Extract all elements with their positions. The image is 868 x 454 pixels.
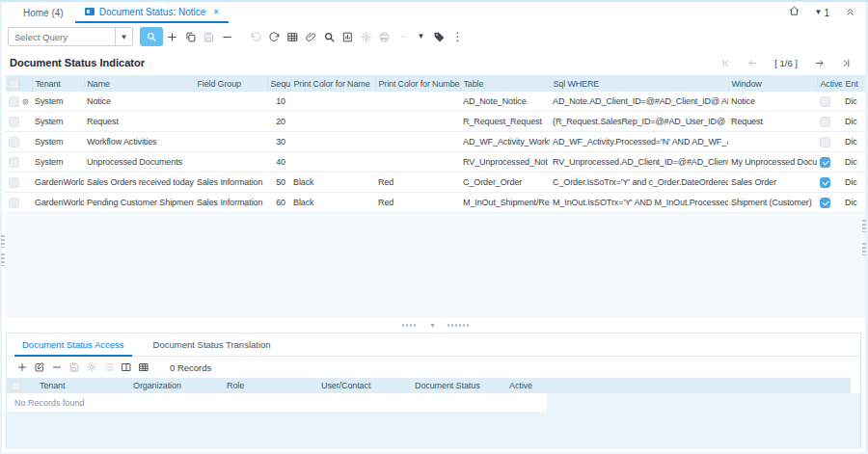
splitter-grip[interactable]: [402, 324, 418, 327]
query-dropdown-button[interactable]: ▼: [115, 28, 132, 45]
tab-home[interactable]: Home (4): [12, 2, 75, 23]
new-record-icon[interactable]: [14, 359, 31, 376]
print-icon[interactable]: [375, 26, 393, 47]
refresh-icon[interactable]: [265, 26, 284, 47]
undo-icon[interactable]: [247, 26, 265, 47]
workspace-selector[interactable]: ▼ 1: [815, 8, 829, 18]
active-checkbox[interactable]: [820, 198, 830, 208]
caret-down-icon[interactable]: ▼: [412, 26, 430, 47]
column-header-entity[interactable]: Ent: [842, 76, 865, 92]
column-header-window[interactable]: Window: [728, 76, 817, 92]
table-row[interactable]: GardenWorld Sales Orders received today …: [6, 173, 865, 193]
cell-tenant: System: [32, 132, 84, 152]
query-input[interactable]: [9, 28, 115, 45]
active-checkbox[interactable]: [820, 96, 830, 107]
tab-document-status[interactable]: Document Status: Notice ×: [75, 2, 229, 23]
tab-document-status-translation[interactable]: Document Status Translation: [146, 334, 279, 357]
column-header-sequence[interactable]: Seque: [267, 76, 290, 92]
column-header-tenant[interactable]: Tenant: [36, 378, 129, 393]
column-header-role[interactable]: Role: [223, 378, 317, 393]
row-select-checkbox[interactable]: [9, 177, 19, 188]
column-header-sql-where[interactable]: Sql WHERE: [550, 76, 728, 92]
cell-print-color-name: [290, 112, 375, 132]
table-row[interactable]: System Request 20 R_Request_Request (R_R…: [6, 112, 865, 132]
grid-view-icon[interactable]: [135, 359, 152, 376]
table-row[interactable]: GardenWorld Pending Customer Shipments S…: [6, 193, 865, 213]
cell-tenant: System: [32, 92, 84, 112]
active-checkbox[interactable]: [820, 117, 830, 127]
horizontal-splitter[interactable]: ▼: [6, 318, 865, 333]
label-icon[interactable]: [430, 26, 448, 47]
edit-record-icon[interactable]: [22, 96, 29, 107]
cell-print-color-name: [290, 132, 375, 152]
column-header-print-color-number[interactable]: Print Color for Number: [375, 76, 460, 92]
chevron-up-icon[interactable]: [393, 26, 412, 47]
previous-record-icon[interactable]: [747, 58, 758, 68]
column-header-document-status[interactable]: Document Status: [411, 378, 505, 393]
delete-record-icon[interactable]: [218, 26, 236, 47]
gear-icon[interactable]: [357, 26, 375, 47]
checklist-icon[interactable]: [100, 359, 118, 376]
columns-toggle-icon[interactable]: [118, 359, 135, 376]
table-row[interactable]: System Workflow Activities 30 AD_WF_Acti…: [6, 132, 865, 152]
last-record-icon[interactable]: [841, 58, 852, 68]
row-select-checkbox[interactable]: [9, 117, 19, 127]
column-header-organization[interactable]: Organization: [129, 378, 223, 393]
collapse-header-icon[interactable]: [844, 4, 856, 21]
attachment-icon[interactable]: [302, 26, 320, 47]
home-icon[interactable]: [788, 4, 800, 21]
new-record-icon[interactable]: [163, 26, 181, 47]
column-header-active[interactable]: Active: [817, 76, 842, 92]
window-icon: [85, 8, 95, 15]
close-tab-icon[interactable]: ×: [213, 7, 219, 17]
detail-panel: Document Status Access Document Status T…: [6, 333, 861, 448]
cell-table: M_InOut_Shipment/Re...: [460, 193, 550, 213]
column-header-name[interactable]: Name: [84, 76, 194, 92]
cell-table: AD_Note_Notice: [460, 92, 550, 112]
column-header-user-contact[interactable]: User/Contact: [317, 378, 411, 393]
east-splitter-grip[interactable]: [862, 243, 866, 255]
row-select-checkbox[interactable]: [9, 198, 19, 208]
cell-window: Notice: [728, 92, 817, 112]
zoom-icon[interactable]: [320, 26, 339, 47]
more-options-icon[interactable]: ⋮: [448, 26, 467, 47]
find-button[interactable]: [140, 27, 163, 46]
table-row[interactable]: System Unprocessed Documents 40 RV_Unpro…: [6, 152, 865, 173]
edit-icon[interactable]: [31, 359, 48, 376]
row-select-checkbox[interactable]: [9, 96, 19, 107]
detail-toolbar: 0 Records: [7, 357, 860, 378]
west-splitter-grip[interactable]: [1, 254, 5, 266]
save-icon[interactable]: [200, 26, 218, 47]
save-icon[interactable]: [66, 359, 83, 376]
cell-table: RV_Unprocessed_Not P...: [460, 152, 550, 173]
tab-label: Document Status Access: [22, 339, 124, 350]
column-header-table[interactable]: Table: [460, 76, 550, 92]
column-header-active[interactable]: Active: [505, 378, 851, 393]
next-record-icon[interactable]: [814, 58, 825, 68]
delete-record-icon[interactable]: [48, 359, 66, 376]
query-combobox[interactable]: ▼: [8, 27, 133, 46]
row-select-checkbox[interactable]: [9, 157, 19, 168]
grid-toggle-icon[interactable]: [284, 26, 302, 47]
column-header-field-group[interactable]: Field Group: [194, 76, 267, 92]
east-splitter-grip[interactable]: [862, 220, 866, 232]
active-checkbox[interactable]: [820, 157, 830, 168]
copy-record-icon[interactable]: [181, 26, 200, 47]
west-splitter-grip[interactable]: [1, 235, 5, 248]
column-header-tenant[interactable]: Tenant: [32, 76, 84, 92]
splitter-grip[interactable]: [448, 324, 469, 327]
table-row[interactable]: System Notice 10 AD_Note_Notice AD_Note.…: [6, 92, 865, 112]
tabbar-right-controls: ▼ 1: [788, 2, 865, 23]
tab-document-status-access[interactable]: Document Status Access: [14, 334, 132, 357]
cell-window: Request: [728, 112, 817, 132]
select-all-checkbox[interactable]: [11, 381, 21, 391]
first-record-icon[interactable]: [720, 58, 731, 68]
splitter-collapse-icon[interactable]: ▼: [429, 322, 436, 329]
row-select-checkbox[interactable]: [9, 137, 19, 147]
gear-icon[interactable]: [83, 359, 100, 376]
report-icon[interactable]: [339, 26, 357, 47]
active-checkbox[interactable]: [820, 177, 830, 188]
active-checkbox[interactable]: [820, 137, 830, 147]
column-header-print-color-name[interactable]: Print Color for Name: [290, 76, 375, 92]
select-all-checkbox[interactable]: [9, 79, 19, 90]
